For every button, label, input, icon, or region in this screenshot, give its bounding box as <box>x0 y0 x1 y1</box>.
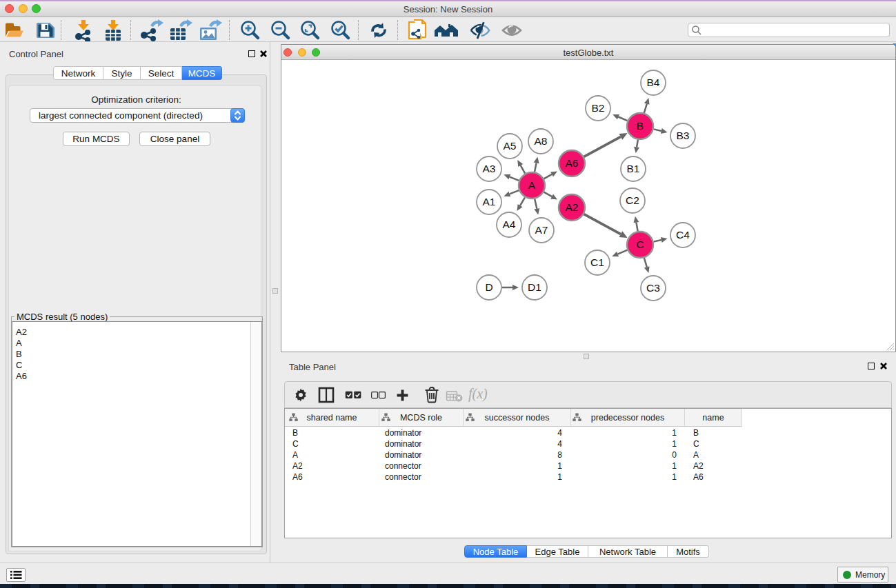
svg-text:C: C <box>636 239 644 250</box>
svg-text:A: A <box>528 179 536 191</box>
svg-text:C2: C2 <box>626 194 639 206</box>
svg-text:A3: A3 <box>483 163 496 174</box>
svg-text:A1: A1 <box>483 196 496 207</box>
svg-text:B1: B1 <box>627 163 640 174</box>
svg-text:A8: A8 <box>535 135 548 147</box>
svg-text:C1: C1 <box>590 256 604 268</box>
svg-text:C3: C3 <box>646 282 660 294</box>
svg-text:A4: A4 <box>503 219 516 230</box>
svg-text:D: D <box>485 281 492 293</box>
svg-text:A2: A2 <box>566 201 579 213</box>
svg-text:B3: B3 <box>677 130 690 141</box>
svg-text:B2: B2 <box>592 102 605 114</box>
svg-text:A6: A6 <box>566 157 579 169</box>
svg-text:A5: A5 <box>504 140 517 152</box>
svg-text:B: B <box>637 120 644 132</box>
svg-text:C4: C4 <box>676 229 690 241</box>
svg-text:B4: B4 <box>647 77 660 88</box>
svg-text:D1: D1 <box>528 281 541 293</box>
svg-text:A7: A7 <box>535 224 548 236</box>
